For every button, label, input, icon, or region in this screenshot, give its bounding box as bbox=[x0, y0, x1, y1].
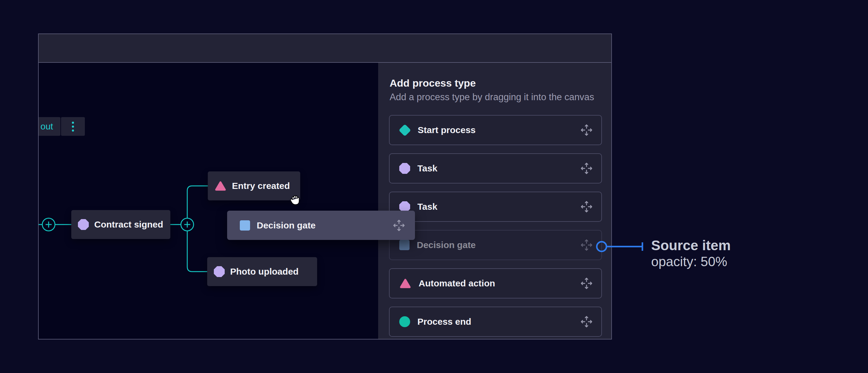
zoom-out-button[interactable]: out bbox=[39, 117, 60, 136]
panel-subtitle: Add a process type by dragging it into t… bbox=[390, 92, 594, 103]
add-branch-button[interactable] bbox=[181, 218, 194, 231]
move-icon bbox=[580, 276, 593, 290]
square-icon bbox=[399, 240, 409, 250]
palette-item-automated-action[interactable]: Automated action bbox=[389, 268, 602, 299]
flow-node-photo-uploaded[interactable]: Photo uploaded bbox=[207, 257, 317, 286]
kebab-menu-icon bbox=[72, 122, 74, 132]
palette-item-label: Decision gate bbox=[417, 240, 476, 250]
grab-cursor bbox=[287, 192, 302, 206]
canvas-toolbar: out bbox=[39, 117, 85, 136]
palette-item-process-end[interactable]: Process end bbox=[389, 307, 602, 337]
palette-item-label: Automated action bbox=[418, 278, 495, 289]
palette-item-label: Task bbox=[417, 202, 437, 212]
move-icon bbox=[580, 162, 593, 175]
add-node-button[interactable] bbox=[42, 218, 55, 231]
node-label: Entry created bbox=[232, 181, 290, 191]
flow-node-contract-signed[interactable]: Contract signed bbox=[71, 210, 170, 239]
square-icon bbox=[240, 220, 250, 231]
node-label: Decision gate bbox=[257, 220, 316, 231]
move-icon bbox=[580, 315, 593, 329]
flow-node-entry-created[interactable]: Entry created bbox=[208, 171, 300, 200]
octagon-icon bbox=[399, 163, 410, 174]
triangle-icon bbox=[399, 277, 411, 290]
diamond-icon bbox=[399, 124, 411, 136]
add-process-type-panel: Add process type Add a process type by d… bbox=[378, 63, 611, 339]
flow-editor-window: out Contract signed bbox=[38, 34, 612, 339]
annotation-title: Source item bbox=[651, 237, 731, 253]
flow-node-decision-gate-dragging[interactable]: Decision gate bbox=[227, 211, 415, 240]
more-options-button[interactable] bbox=[61, 117, 85, 136]
triangle-icon bbox=[214, 180, 226, 192]
palette-item-task-1[interactable]: Task bbox=[389, 153, 602, 183]
palette-item-label: Process end bbox=[417, 316, 471, 327]
move-icon bbox=[580, 123, 593, 137]
node-label: Contract signed bbox=[94, 219, 163, 230]
octagon-icon bbox=[78, 219, 89, 230]
move-icon bbox=[580, 238, 593, 252]
palette-item-task-2[interactable]: Task bbox=[389, 192, 602, 222]
octagon-icon bbox=[214, 266, 225, 277]
move-icon bbox=[580, 200, 593, 214]
circle-icon bbox=[399, 316, 410, 327]
page: out Contract signed bbox=[0, 0, 868, 373]
node-label: Photo uploaded bbox=[230, 267, 299, 277]
move-icon bbox=[392, 218, 406, 232]
palette-item-start-process[interactable]: Start process bbox=[389, 115, 602, 145]
zoom-out-button-label: out bbox=[40, 121, 53, 132]
palette-item-decision-gate-source[interactable]: Decision gate bbox=[389, 230, 602, 260]
panel-title: Add process type bbox=[390, 77, 476, 89]
annotation-text: Source item opacity: 50% bbox=[651, 237, 731, 270]
annotation-detail: opacity: 50% bbox=[651, 253, 731, 270]
palette-item-label: Start process bbox=[418, 125, 476, 135]
palette-item-label: Task bbox=[417, 163, 437, 173]
